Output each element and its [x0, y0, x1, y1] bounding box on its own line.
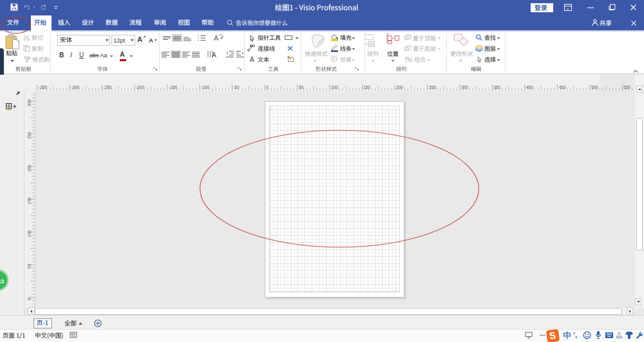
svg-text:300: 300	[461, 85, 468, 90]
svg-text:A: A	[212, 52, 216, 59]
svg-text:-350: -350	[39, 85, 47, 90]
svg-text:450: 450	[559, 85, 566, 90]
svg-text:200: 200	[396, 85, 403, 90]
svg-text:250: 250	[27, 132, 32, 139]
svg-text:150: 150	[363, 85, 370, 90]
svg-text:-200: -200	[136, 85, 144, 90]
svg-text:43: 43	[0, 277, 4, 284]
svg-text:A: A	[214, 34, 219, 42]
svg-text:350: 350	[493, 85, 500, 90]
svg-text:-250: -250	[103, 85, 111, 90]
svg-text:-50: -50	[233, 85, 240, 90]
svg-text:150: 150	[27, 197, 32, 204]
svg-text:250: 250	[429, 85, 436, 90]
svg-text:-300: -300	[71, 85, 79, 90]
svg-text:-150: -150	[169, 85, 177, 90]
svg-text:550: 550	[623, 85, 630, 90]
svg-text:0: 0	[27, 298, 32, 300]
svg-text:400: 400	[526, 85, 533, 90]
svg-text:50: 50	[299, 85, 304, 90]
svg-text:100: 100	[27, 230, 32, 237]
svg-text:50: 50	[27, 264, 32, 269]
svg-text:300: 300	[27, 99, 32, 106]
svg-text:500: 500	[591, 85, 598, 90]
svg-text:-100: -100	[201, 85, 209, 90]
svg-text:200: 200	[27, 164, 32, 171]
svg-text:0: 0	[266, 85, 269, 90]
svg-text:100: 100	[331, 85, 338, 90]
